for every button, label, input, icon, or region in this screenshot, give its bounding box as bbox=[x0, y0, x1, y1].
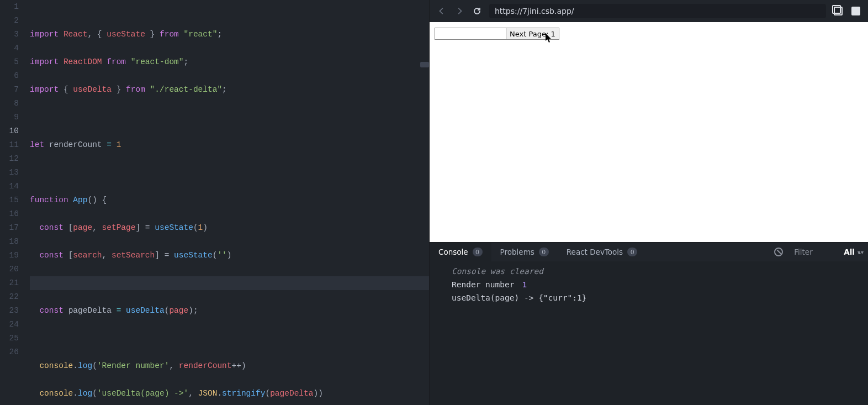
preview-next-page-button[interactable]: Next Page: 1 bbox=[506, 28, 559, 40]
tab-react-badge: 0 bbox=[627, 248, 637, 256]
console-output[interactable]: Console was cleared Render number1 useDe… bbox=[430, 261, 868, 405]
devtools-tabs: Console 0 Problems 0 React DevTools 0 Fi… bbox=[430, 243, 868, 261]
nav-forward-icon[interactable] bbox=[454, 6, 465, 17]
devtools-collapse-icon[interactable]: ▾ bbox=[853, 243, 865, 261]
code-editor[interactable]: 12345 6789 10 1112131415 1617181920 2122… bbox=[0, 0, 429, 405]
browser-pane: https://7jini.csb.app/ Next Page: 1 Cons… bbox=[430, 0, 868, 405]
preview-frame: Next Page: 1 bbox=[430, 22, 868, 242]
browser-toolbar: https://7jini.csb.app/ bbox=[430, 0, 868, 22]
code-area[interactable]: import React, { useState } from "react";… bbox=[27, 0, 429, 405]
open-window-icon[interactable] bbox=[833, 6, 844, 17]
console-row: useDelta(page) -> {"curr":1} bbox=[430, 291, 868, 304]
console-row: Console was cleared bbox=[430, 265, 868, 278]
tab-react-label: React DevTools bbox=[567, 248, 623, 256]
tab-problems-label: Problems bbox=[500, 248, 534, 256]
minimap-thumb[interactable] bbox=[420, 62, 429, 67]
tab-console-badge: 0 bbox=[473, 248, 483, 256]
reload-icon[interactable] bbox=[472, 6, 483, 17]
devtools-panel: Console 0 Problems 0 React DevTools 0 Fi… bbox=[430, 242, 868, 405]
tab-react-devtools[interactable]: React DevTools 0 bbox=[558, 243, 646, 261]
tab-console[interactable]: Console 0 bbox=[430, 243, 491, 261]
clear-console-icon[interactable] bbox=[774, 248, 783, 256]
tab-problems-badge: 0 bbox=[539, 248, 549, 256]
url-text: https://7jini.csb.app/ bbox=[495, 7, 574, 15]
nav-back-icon[interactable] bbox=[436, 6, 447, 17]
tab-console-label: Console bbox=[438, 248, 468, 256]
url-input[interactable]: https://7jini.csb.app/ bbox=[489, 4, 826, 18]
tab-problems[interactable]: Problems 0 bbox=[491, 243, 558, 261]
preview-search-input[interactable] bbox=[435, 28, 506, 40]
new-window-icon[interactable] bbox=[850, 6, 861, 17]
console-filter-input[interactable]: Filter bbox=[790, 248, 839, 256]
console-row: Render number1 bbox=[430, 278, 868, 291]
line-gutter: 12345 6789 10 1112131415 1617181920 2122… bbox=[0, 0, 27, 405]
